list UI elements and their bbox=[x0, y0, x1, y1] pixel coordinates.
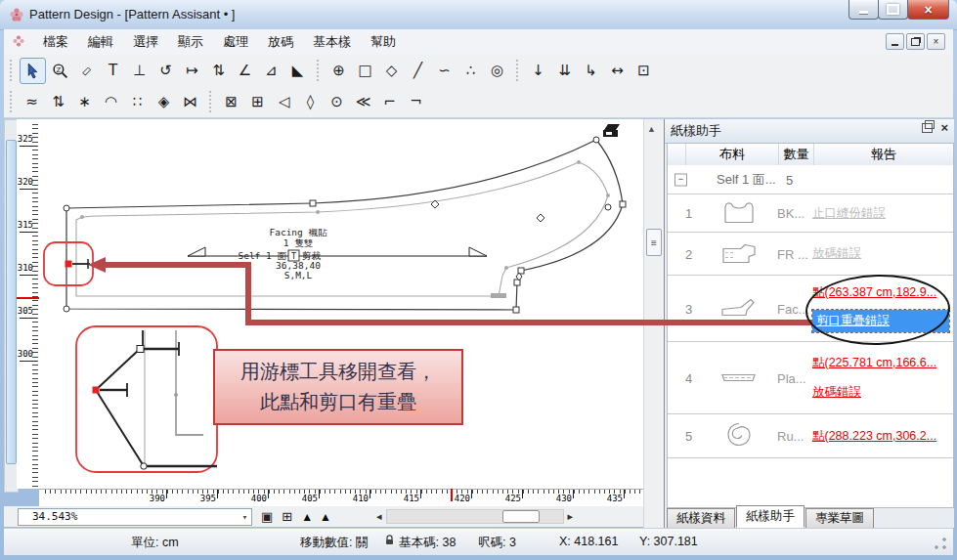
menu-item-4[interactable]: 處理 bbox=[213, 30, 258, 54]
move-y-tool[interactable]: ⇅ bbox=[206, 59, 231, 83]
annotation-callout: 用游標工具移開查看， 此點和剪口有重疊 bbox=[213, 349, 463, 425]
menu-item-0[interactable]: 檔案 bbox=[33, 30, 78, 54]
corner-seam-tool[interactable]: ⊥ bbox=[127, 59, 152, 83]
menu-item-7[interactable]: 幫助 bbox=[361, 30, 406, 54]
maximize-button[interactable] bbox=[878, 0, 908, 20]
zoom-all-icon[interactable]: ⊞ bbox=[282, 509, 292, 524]
panel-close-icon[interactable]: × bbox=[940, 123, 948, 133]
horizontal-scrollbar[interactable] bbox=[386, 509, 564, 524]
point-adjust-tool[interactable]: ⊿ bbox=[259, 59, 283, 83]
circle-point-tool[interactable]: ⊕ bbox=[326, 59, 351, 83]
spread-tool[interactable]: ≪ bbox=[351, 90, 375, 114]
print-icon[interactable] bbox=[603, 124, 620, 137]
move-y-tool-icon: ⇅ bbox=[212, 62, 225, 79]
rectangle-tool[interactable]: □ bbox=[353, 59, 377, 83]
stretch-box-tool[interactable]: ⊞ bbox=[245, 90, 270, 114]
back-piece-thumbnail[interactable] bbox=[709, 198, 769, 229]
splitter-grip[interactable]: ≡ bbox=[646, 229, 662, 256]
header-fabric[interactable]: 布料 bbox=[686, 144, 779, 165]
zoom-dropdown-icon[interactable]: ▾ bbox=[239, 512, 251, 522]
box-notch-tool[interactable]: ⊡ bbox=[631, 59, 656, 83]
ruffle-piece-thumbnail[interactable] bbox=[709, 420, 769, 452]
corner-square-tool[interactable]: ⌐ bbox=[377, 90, 402, 114]
tab-2[interactable]: 專業草圖 bbox=[805, 508, 874, 528]
line-tool[interactable]: ╱ bbox=[406, 59, 430, 83]
ruler-tick bbox=[639, 490, 640, 494]
pattern-row-1[interactable]: 1BK...止口縫份錯誤 bbox=[668, 194, 953, 233]
report-link[interactable]: 放碼錯誤 bbox=[812, 384, 861, 401]
menu-item-5[interactable]: 放碼 bbox=[258, 30, 303, 54]
pattern-canvas[interactable]: Facing 襯貼 1 隻雙 Self 1 面 T 剪裁 36,38,40 S,… bbox=[39, 119, 643, 489]
scatter-point-tool[interactable]: ∗ bbox=[72, 90, 97, 114]
header-report[interactable]: 報告 bbox=[814, 144, 953, 165]
child-minimize-button[interactable] bbox=[886, 33, 904, 50]
corner-notch-tool[interactable]: ↳ bbox=[579, 59, 603, 83]
child-close-button[interactable]: × bbox=[927, 33, 945, 50]
fan-spread-tool[interactable]: ◊ bbox=[298, 90, 323, 114]
facing-piece-thumbnail[interactable] bbox=[709, 294, 769, 323]
select-tool[interactable] bbox=[20, 58, 46, 84]
angle-adjust-tool-icon: ∠ bbox=[239, 62, 251, 79]
corner-cut-tool[interactable]: ¬ bbox=[404, 90, 428, 114]
notch-tool[interactable]: ↓ bbox=[526, 59, 550, 83]
exchange-tool[interactable]: ⋈ bbox=[178, 90, 202, 114]
curve-tool[interactable]: ∽ bbox=[432, 59, 457, 83]
measure-tool[interactable]: ▭ bbox=[74, 59, 99, 83]
skew-box-tool[interactable]: ⊠ bbox=[219, 90, 243, 114]
report-link[interactable]: 止口縫份錯誤 bbox=[812, 205, 886, 222]
scroll-right-icon[interactable]: ▸ bbox=[568, 510, 574, 523]
menu-item-2[interactable]: 選擇 bbox=[123, 30, 168, 54]
panel-float-icon[interactable] bbox=[922, 123, 933, 133]
resize-grip[interactable] bbox=[934, 537, 947, 550]
shadow-adjust-tool[interactable]: ◣ bbox=[285, 59, 310, 83]
report-link[interactable]: 點(225.781 cm,166.6... bbox=[812, 355, 936, 371]
shield-tool[interactable]: ⊙ bbox=[325, 90, 349, 114]
fit-page-icon[interactable]: ▣ bbox=[261, 509, 273, 524]
horizontal-scrollbar-thumb[interactable] bbox=[502, 510, 540, 523]
grid-move-tool[interactable]: ∷ bbox=[125, 90, 150, 114]
scroll-left-icon[interactable]: ◂ bbox=[376, 510, 382, 523]
placket-piece-thumbnail[interactable] bbox=[709, 365, 769, 391]
zoom-tool[interactable]: Z bbox=[48, 59, 72, 83]
angle-adjust-tool[interactable]: ∠ bbox=[233, 59, 257, 83]
header-quantity[interactable]: 數量 bbox=[779, 144, 814, 165]
arc-adjust-tool[interactable]: ◠ bbox=[99, 90, 123, 114]
pattern-row-2[interactable]: 2FR ...放碼錯誤 bbox=[668, 233, 953, 276]
polyline-tool[interactable]: ∴ bbox=[458, 59, 483, 83]
error-point[interactable] bbox=[65, 261, 72, 268]
pattern-row-4[interactable]: 4Pla...點(225.781 cm,166.6...放碼錯誤 bbox=[668, 342, 953, 414]
vertical-scrollbar-thumb[interactable] bbox=[6, 140, 17, 464]
menu-item-3[interactable]: 顯示 bbox=[168, 30, 213, 54]
scroll-up-icon[interactable]: ▲ bbox=[647, 124, 656, 134]
ruler-tick bbox=[32, 197, 38, 198]
symmetry-tool[interactable]: ◈ bbox=[152, 90, 176, 114]
show-pieces-icon[interactable]: ▲ bbox=[301, 510, 311, 524]
center-notch-tool[interactable]: ↔ bbox=[605, 59, 630, 83]
smooth-curve-tool[interactable]: ≈ bbox=[20, 90, 44, 114]
pattern-row-5[interactable]: 5Ru...點(288.223 cm,306.2... bbox=[668, 414, 953, 458]
report-link[interactable]: 點(288.223 cm,306.2... bbox=[812, 428, 936, 445]
rotate-tool[interactable]: ↺ bbox=[153, 59, 178, 83]
taper-tool[interactable]: ◁ bbox=[272, 90, 296, 114]
target-tool[interactable]: ◎ bbox=[485, 59, 509, 83]
menu-item-6[interactable]: 基本樣 bbox=[303, 30, 361, 54]
double-notch-tool[interactable]: ⇊ bbox=[552, 59, 577, 83]
minimize-button[interactable] bbox=[848, 0, 879, 20]
close-button[interactable]: × bbox=[907, 0, 949, 20]
move-x-tool[interactable]: ↦ bbox=[180, 59, 204, 83]
pattern-label-line1: Facing 襯貼 bbox=[269, 227, 327, 237]
show-all-pieces-icon[interactable]: ▲ bbox=[320, 510, 329, 524]
ruler-tick bbox=[32, 244, 38, 245]
text-tool[interactable]: T bbox=[101, 59, 125, 83]
tab-0[interactable]: 紙樣資料 bbox=[667, 508, 735, 528]
tab-1[interactable]: 紙樣助手 bbox=[736, 505, 805, 528]
fabric-group-row[interactable]: −Self 1 面...5 bbox=[668, 165, 953, 194]
menu-item-1[interactable]: 編輯 bbox=[78, 30, 123, 54]
equal-divide-tool[interactable]: ⇅ bbox=[46, 90, 70, 114]
report-link[interactable]: 放碼錯誤 bbox=[812, 245, 861, 262]
front-piece-thumbnail[interactable] bbox=[709, 238, 769, 269]
polygon-tool[interactable]: ◇ bbox=[379, 59, 404, 83]
zoom-combo[interactable]: 34.543% ▾ bbox=[18, 508, 252, 526]
collapse-icon[interactable]: − bbox=[674, 173, 687, 186]
child-restore-button[interactable] bbox=[906, 33, 925, 50]
